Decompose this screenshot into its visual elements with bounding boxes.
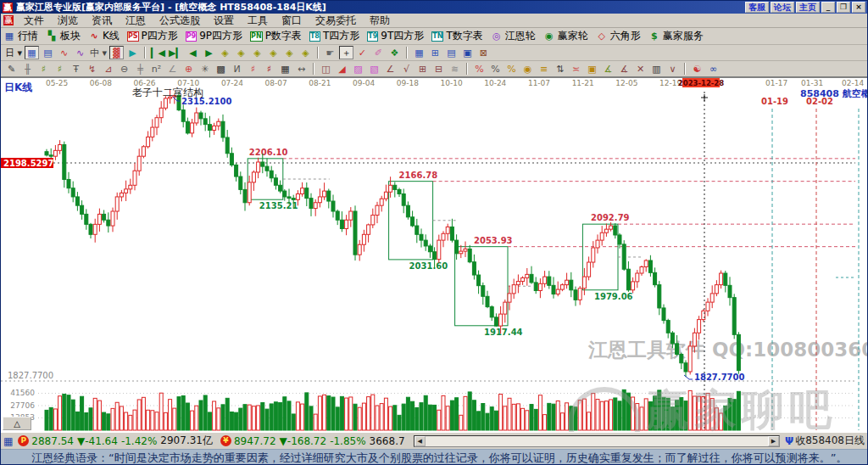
first-bar-icon[interactable]: ▎◀ — [150, 46, 166, 59]
diamond-cross-icon[interactable]: ◈ — [282, 46, 297, 59]
p9-square-button[interactable]: P99P四方形 — [186, 29, 242, 43]
horizontal-scrollbar[interactable]: ◀ ▶ — [414, 435, 780, 447]
t-bar-icon[interactable]: Ŧ — [69, 62, 83, 76]
winner-service-button[interactable]: $赢家服务 — [648, 29, 704, 43]
bar-grid-icon[interactable]: ╪ — [133, 62, 147, 76]
menu-item-窗口[interactable]: 窗口 — [275, 14, 309, 28]
last-bar-icon[interactable]: ▶▎ — [168, 46, 184, 59]
hand-tool-icon[interactable]: ☛ — [323, 46, 337, 59]
menu-item-文件[interactable]: 文件 — [17, 14, 51, 28]
notebook-icon[interactable]: ▤ — [444, 46, 459, 59]
close-button[interactable]: × — [852, 2, 865, 13]
wave-count-icon[interactable]: И — [230, 62, 244, 76]
dark-box-icon[interactable]: ▥ — [649, 62, 664, 76]
indicator-red-icon[interactable]: ▓ — [109, 46, 124, 59]
angle-up-icon[interactable]: ∡ — [601, 62, 615, 76]
crosshair-tool-icon[interactable]: ＋ — [339, 46, 353, 59]
split-box-icon[interactable]: ◫ — [319, 62, 333, 76]
color-flag-icon[interactable]: ▶ — [125, 46, 140, 59]
next-bar-icon[interactable]: ▶ — [202, 46, 216, 59]
scroll-right-button[interactable]: ▶ — [768, 436, 779, 446]
restore-button[interactable]: ❐ — [837, 2, 850, 13]
volume-expand-button[interactable]: △ — [3, 417, 31, 430]
gold-box-icon[interactable]: ▣ — [585, 62, 599, 76]
t-square-button[interactable]: T8T四方形 — [309, 29, 359, 43]
t-number-table-button[interactable]: TNT数字表 — [431, 29, 483, 43]
h-split-icon[interactable]: ≍ — [569, 62, 583, 76]
menu-item-设置[interactable]: 设置 — [207, 14, 241, 28]
winner-wheel-button[interactable]: ◉赢家轮 — [543, 29, 588, 43]
diamond-contract-icon[interactable]: ◈ — [266, 46, 281, 59]
red-fence-icon[interactable]: ♯ — [246, 62, 260, 76]
pink-grid-icon[interactable]: ▨ — [351, 62, 365, 76]
menu-item-浏览[interactable]: 浏览 — [51, 14, 85, 28]
square-of-nine-icon[interactable]: n² — [149, 62, 164, 76]
hexagon-button[interactable]: ◇六角形 — [596, 29, 641, 43]
save-icon[interactable]: ▣ — [460, 46, 475, 59]
data-transfer-icon[interactable]: ⊠ — [476, 46, 491, 59]
menu-item-帮助[interactable]: 帮助 — [363, 14, 397, 28]
kline-button[interactable]: ∿K线 — [88, 29, 120, 43]
gann-fan-icon[interactable]: ◢ — [335, 62, 349, 76]
prev-bar-icon[interactable]: ◀ — [186, 46, 200, 59]
info-panel-icon[interactable]: ▤ — [41, 46, 55, 59]
gold-percent-icon[interactable]: % — [504, 62, 519, 76]
candle-type-dropdown[interactable]: 中 ▾ — [89, 46, 108, 59]
gold-circle-icon[interactable]: ◉ — [520, 62, 535, 76]
green-fence-icon[interactable]: ♯ — [36, 62, 51, 76]
retrace-percent-icon[interactable]: % — [472, 62, 487, 76]
dark-grid-icon[interactable]: ▩ — [214, 62, 228, 76]
t9-square-button[interactable]: T99T四方形 — [367, 29, 424, 43]
fine-grid2-icon[interactable]: ⊟ — [431, 62, 446, 76]
minimize-button[interactable]: _ — [821, 2, 835, 13]
kline-purple-icon[interactable]: ∿ — [73, 46, 87, 59]
infinity-icon[interactable]: ∞ — [706, 62, 721, 76]
taiji-icon[interactable]: ☯ — [690, 62, 704, 76]
p-square-button[interactable]: PSP四方形 — [127, 29, 178, 43]
titlebar-link-论坛[interactable]: 论坛 — [771, 2, 794, 13]
time-grid-icon[interactable]: ╫ — [20, 62, 35, 76]
menu-item-资讯[interactable]: 资讯 — [85, 14, 119, 28]
width-arrow-icon[interactable]: ↔ — [294, 62, 309, 76]
calendar-icon[interactable]: ▦ — [412, 46, 426, 59]
pink-grid2-icon[interactable]: ▧ — [367, 62, 381, 76]
menu-item-交易委托[interactable]: 交易委托 — [309, 14, 363, 28]
wave-angle-icon[interactable]: ∨ — [665, 62, 680, 76]
diamond-move-icon[interactable]: ◈ — [298, 46, 313, 59]
shape-tool-icon[interactable]: ❖ — [387, 46, 402, 59]
cycle-circle-icon[interactable]: ⊖ — [117, 62, 131, 76]
kline-red-icon[interactable]: ∿ — [57, 46, 71, 59]
quotes-button[interactable]: ▦行情 — [3, 29, 38, 43]
calculator-icon[interactable]: ⊞ — [428, 46, 442, 59]
polyline-tool-icon[interactable]: ✓ — [355, 46, 370, 59]
diamond-expand-icon[interactable]: ◈ — [250, 46, 264, 59]
gann-circle-icon[interactable]: ⊕ — [181, 62, 196, 76]
diamond-nav-left-icon[interactable]: ◈ — [218, 46, 232, 59]
scroll-left-button[interactable]: ◀ — [415, 436, 426, 446]
spiral-icon[interactable]: ↯ — [85, 62, 99, 76]
quote-grid-icon[interactable]: ▦ — [3, 435, 13, 447]
green-fence2-icon[interactable]: ♯ — [53, 62, 67, 76]
trend-angle-icon[interactable]: ∠ — [383, 62, 398, 76]
angle-tool-icon[interactable]: ∠ — [165, 62, 180, 76]
diag-lines-icon[interactable]: ≋ — [448, 62, 462, 76]
menu-item-江恩[interactable]: 江恩 — [119, 14, 153, 28]
pencil-tool-icon[interactable]: ✎ — [4, 62, 19, 76]
angle-f-icon[interactable]: ∡ — [617, 62, 632, 76]
check-wave-icon[interactable]: √ — [399, 62, 414, 76]
kline-chart[interactable]: 江恩工具软件 QQ:1008003604156027706138531827.7… — [1, 78, 868, 433]
red-fence2-icon[interactable]: ♯ — [262, 62, 276, 76]
eraser-tool-icon[interactable]: ✐ — [371, 46, 386, 59]
angle-pen-icon[interactable]: ⊿ — [101, 62, 115, 76]
angle-x-icon[interactable]: ✕ — [633, 62, 648, 76]
fine-grid-icon[interactable]: ⊞ — [415, 62, 430, 76]
menu-item-工具[interactable]: 工具 — [241, 14, 275, 28]
titlebar-link-客服[interactable]: 客服 — [745, 2, 769, 13]
gold-level-icon[interactable]: ≡ — [537, 62, 551, 76]
chart-layout-icon[interactable]: ▦ — [25, 46, 39, 59]
star-cycle-icon[interactable]: ✳ — [198, 62, 212, 76]
diamond-nav-right-icon[interactable]: ◈ — [234, 46, 248, 59]
p-number-table-button[interactable]: PNP数字表 — [250, 29, 302, 43]
percent-icon[interactable]: % — [488, 62, 503, 76]
updown-mark-icon[interactable]: ⇅ — [553, 62, 567, 76]
